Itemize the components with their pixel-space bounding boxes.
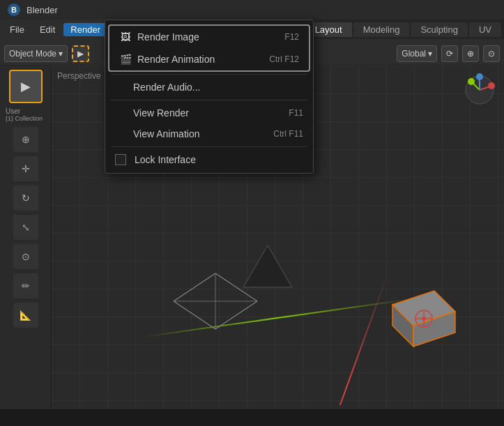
svg-point-22 xyxy=(468,78,475,85)
transform-icon: ⊙ xyxy=(22,251,30,262)
measure-tool-btn[interactable]: 📐 xyxy=(13,303,38,328)
workspace-tabs: Layout Modeling Sculpting UV xyxy=(303,20,504,39)
render-image-icon: 🖼 xyxy=(119,31,132,43)
cursor-tool-btn[interactable]: ⊕ xyxy=(13,127,38,152)
scale-tool-btn[interactable]: ⤡ xyxy=(13,215,38,240)
global-chevron-icon: ▾ xyxy=(428,49,432,59)
blender-logo-icon: B xyxy=(7,3,21,17)
rotate-tool-btn[interactable]: ↻ xyxy=(13,185,38,211)
svg-line-14 xyxy=(174,301,215,329)
measure-icon: 📐 xyxy=(20,310,31,321)
diamond-object[interactable] xyxy=(170,270,261,333)
global-selector[interactable]: Global ▾ xyxy=(397,45,437,62)
select-tool-sidebar-btn[interactable]: ▶ xyxy=(9,70,43,103)
render-image-label: Render Image xyxy=(137,31,199,43)
tab-sculpting[interactable]: Sculpting xyxy=(411,22,467,37)
menu-file[interactable]: File xyxy=(3,23,31,36)
menu-edit[interactable]: Edit xyxy=(33,23,62,36)
global-label: Global xyxy=(402,49,426,59)
tab-uv[interactable]: UV xyxy=(469,22,501,37)
select-tool-icon: ▶ xyxy=(77,49,84,59)
cursor-icon: ⊕ xyxy=(22,134,30,145)
move-tool-btn[interactable]: ✛ xyxy=(13,156,38,181)
view-render-item[interactable]: View Render F11 xyxy=(105,102,313,123)
app-title: Blender xyxy=(26,5,58,15)
pivot-btn[interactable]: ⟳ xyxy=(441,45,458,62)
render-animation-label: Render Animation xyxy=(137,54,215,65)
view-animation-label: View Animation xyxy=(133,128,199,139)
axis-gizmo[interactable] xyxy=(462,73,497,107)
mode-label: Object Mode xyxy=(9,49,56,59)
menu-render[interactable]: Render xyxy=(63,23,107,36)
select-arrow-icon: ▶ xyxy=(21,79,31,94)
mode-selector[interactable]: Object Mode ▾ xyxy=(4,45,68,62)
lock-interface-label: Lock Interface xyxy=(135,154,196,165)
menu-separator-3 xyxy=(111,146,307,147)
rotate-icon: ↻ xyxy=(22,192,30,204)
render-animation-item[interactable]: 🎬 Render Animation Ctrl F12 xyxy=(109,48,309,70)
snap-btn[interactable]: ⊕ xyxy=(462,45,479,62)
render-animation-icon: 🎬 xyxy=(119,53,132,66)
svg-line-11 xyxy=(174,273,215,301)
select-tool-btn[interactable]: ▶ xyxy=(72,45,89,62)
view-render-shortcut: F11 xyxy=(289,108,303,118)
mode-chevron-icon: ▾ xyxy=(59,49,63,59)
render-image-shortcut: F12 xyxy=(284,32,299,42)
cube-object[interactable] xyxy=(379,277,462,353)
title-bar: B Blender xyxy=(0,0,504,20)
pivot-icon: ⟳ xyxy=(446,49,453,59)
view-animation-item[interactable]: View Animation Ctrl F11 xyxy=(105,123,313,144)
snap-icon: ⊕ xyxy=(467,49,474,59)
lock-interface-checkbox[interactable] xyxy=(115,154,126,165)
transform-tool-btn[interactable]: ⊙ xyxy=(13,244,38,269)
tab-modeling[interactable]: Modeling xyxy=(353,22,410,37)
render-animation-shortcut: Ctrl F12 xyxy=(269,54,299,64)
render-audio-label: Render Audio... xyxy=(133,82,201,93)
lock-interface-item[interactable]: Lock Interface xyxy=(105,149,313,170)
left-sidebar: ▶ User (1) Collection ⊕ ✛ ↻ ⤡ ⊙ ✏ 📐 xyxy=(0,66,52,409)
move-icon: ✛ xyxy=(22,163,30,174)
proportional-btn[interactable]: ⊙ xyxy=(483,45,500,62)
render-image-item[interactable]: 🖼 Render Image F12 xyxy=(109,26,309,48)
menu-separator-2 xyxy=(111,100,307,100)
render-menu: 🖼 Render Image F12 🎬 Render Animation Ct… xyxy=(105,20,314,174)
view-render-label: View Render xyxy=(133,107,189,119)
svg-line-12 xyxy=(215,273,257,301)
render-menu-highlighted-section: 🖼 Render Image F12 🎬 Render Animation Ct… xyxy=(108,24,310,72)
view-animation-shortcut: Ctrl F11 xyxy=(273,129,303,139)
svg-point-21 xyxy=(488,82,495,89)
menu-separator-1 xyxy=(111,74,307,75)
svg-text:B: B xyxy=(11,6,17,14)
svg-point-23 xyxy=(476,73,483,80)
svg-point-8 xyxy=(422,317,426,321)
user-label: User xyxy=(6,107,45,115)
annotate-tool-btn[interactable]: ✏ xyxy=(13,273,38,298)
svg-line-13 xyxy=(215,301,257,329)
collection-label: (1) Collection xyxy=(6,115,45,122)
render-audio-item[interactable]: Render Audio... xyxy=(105,77,313,98)
scale-icon: ⤡ xyxy=(22,222,30,233)
proportional-icon: ⊙ xyxy=(488,49,495,59)
annotate-icon: ✏ xyxy=(22,280,30,291)
